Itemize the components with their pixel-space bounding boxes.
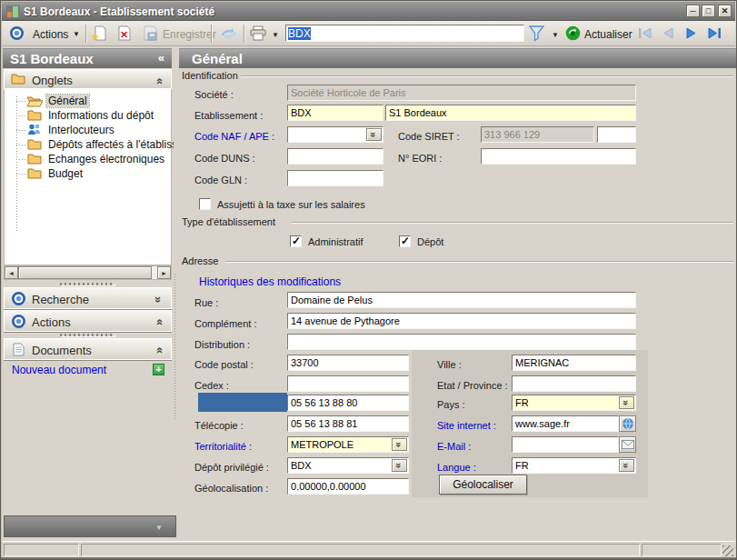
main-header: Général — [179, 48, 736, 68]
nav-last-button[interactable] — [707, 27, 724, 41]
pays-dropdown-button[interactable]: » — [619, 396, 634, 409]
sidebar-hscrollbar[interactable]: ◄ ► — [4, 265, 172, 280]
code-postal-input[interactable]: 33700 — [287, 355, 409, 371]
etablissement-code-input[interactable]: BDX — [287, 105, 383, 121]
actions-menu-button[interactable]: Actions ▼ — [31, 21, 84, 45]
open-website-button[interactable] — [619, 415, 636, 432]
sync-button[interactable] — [218, 26, 240, 43]
territorialite-dropdown-button[interactable]: » — [392, 438, 407, 451]
distribution-input[interactable] — [287, 334, 636, 350]
ville-input[interactable]: MERIGNAC — [512, 355, 636, 371]
resize-grip[interactable] — [722, 545, 733, 556]
nav-first-button[interactable] — [637, 27, 653, 41]
code-gln-input[interactable] — [287, 170, 383, 186]
document-icon — [13, 343, 25, 356]
splitter-handle[interactable] — [60, 334, 115, 336]
depot-privilegie-label: Dépôt privilégié : — [194, 462, 269, 473]
close-button[interactable]: ✕ — [718, 5, 732, 17]
tree-item-echanges-electroniques[interactable]: Echanges électroniques — [25, 152, 174, 166]
section-recherche[interactable]: Recherche » — [4, 287, 172, 309]
collapse-icon[interactable]: » — [152, 319, 165, 325]
code-duns-input[interactable] — [287, 148, 383, 165]
sidebar-header[interactable]: S1 Bordeaux « — [3, 48, 172, 68]
depot-checkbox[interactable]: ✓ — [399, 235, 411, 247]
scroll-left-button[interactable]: ◄ — [5, 266, 18, 279]
rue-input[interactable]: Domaine de Pelus — [287, 292, 636, 308]
nav-next-button[interactable] — [684, 27, 699, 41]
nav-previous-icon — [661, 27, 675, 39]
code-naf-label[interactable]: Code NAF / APE : — [194, 131, 274, 142]
filter-button[interactable] — [528, 25, 545, 44]
code-siret-nic-input[interactable] — [597, 126, 636, 143]
minimize-button[interactable]: ─ — [686, 5, 700, 17]
onglets-collapse-icon[interactable]: » — [152, 78, 165, 85]
print-caret-icon: ▼ — [272, 31, 279, 39]
langue-label[interactable]: Langue : — [437, 462, 476, 473]
tree-item-budget[interactable]: Budget — [25, 166, 174, 181]
expand-icon[interactable]: » — [152, 296, 165, 303]
new-document-link[interactable]: Nouveau document — [12, 364, 106, 376]
add-document-button[interactable]: + — [153, 364, 164, 375]
maximize-button[interactable]: □ — [702, 5, 715, 17]
tree-item-general[interactable]: Général — [25, 94, 174, 108]
tree-item-interlocuteurs[interactable]: Interlocuteurs — [25, 123, 174, 137]
historique-modifications-link[interactable]: Historiques des modifications — [199, 275, 341, 288]
tree-item-informations-depot[interactable]: Informations du dépôt — [25, 108, 174, 123]
section-documents[interactable]: Documents » — [4, 338, 172, 360]
etablissement-name-input[interactable]: S1 Bordeaux — [385, 105, 636, 121]
actions-label: Actions — [32, 315, 71, 329]
new-document-icon: ★ — [91, 25, 107, 41]
depot-privilegie-dropdown-button[interactable]: » — [392, 459, 407, 472]
sidebar-collapse-icon[interactable]: « — [158, 51, 164, 65]
tree-guide — [16, 96, 17, 233]
geolocalisation-input[interactable]: 0.00000,0.00000 — [287, 478, 409, 495]
refresh-button[interactable]: Actualiser — [565, 21, 631, 45]
tree-item-label: Dépôts affectés à l'établisseme — [48, 138, 174, 151]
taxe-checkbox[interactable]: ✓ — [199, 198, 211, 210]
langue-combo[interactable]: FR » — [512, 457, 636, 474]
new-button[interactable]: ★ — [91, 25, 107, 43]
scrollbar-thumb[interactable] — [18, 266, 152, 279]
etat-province-input[interactable] — [512, 375, 636, 392]
vertical-splitter-handle[interactable] — [174, 274, 175, 419]
telephone-input[interactable]: 05 56 13 88 80 — [287, 395, 409, 411]
nav-previous-button[interactable] — [661, 27, 675, 41]
tree-item-label: Echanges électroniques — [48, 153, 164, 165]
complement-input[interactable]: 14 avenue de Pythagore — [287, 313, 636, 329]
delete-button[interactable]: ✕ — [116, 25, 132, 43]
code-gln-label: Code GLN : — [194, 175, 247, 185]
code-naf-combo[interactable]: » — [287, 126, 383, 143]
administratif-checkbox[interactable]: ✓ — [290, 235, 302, 247]
langue-dropdown-button[interactable]: » — [619, 459, 634, 472]
code-postal-value: 33700 — [291, 357, 405, 368]
email-label[interactable]: E-Mail : — [437, 441, 471, 452]
print-button[interactable] — [249, 25, 267, 43]
email-input[interactable] — [512, 436, 619, 453]
tree-item-depots-affectes[interactable]: Dépôts affectés à l'établisseme — [25, 137, 174, 152]
n-eori-input[interactable] — [481, 148, 636, 165]
depot-privilegie-combo[interactable]: BDX » — [287, 457, 409, 474]
scroll-right-button[interactable]: ► — [157, 266, 171, 279]
target-icon — [11, 314, 26, 329]
title-bar[interactable]: S1 Bordeaux - Etablissement société ─ □ … — [2, 2, 735, 21]
collapse-icon[interactable]: » — [152, 347, 165, 354]
tree-item-label: Informations du dépôt — [48, 109, 154, 122]
search-input[interactable]: BDX — [285, 25, 524, 42]
section-actions[interactable]: Actions » — [4, 310, 172, 332]
site-internet-label[interactable]: Site internet : — [437, 420, 496, 431]
telephone-label-highlighted[interactable] — [198, 393, 287, 412]
complement-label: Complément : — [194, 318, 256, 329]
geolocaliser-button[interactable]: Géolocaliser — [439, 475, 527, 495]
telecopie-input[interactable]: 05 56 13 88 81 — [287, 415, 409, 432]
splitter-handle[interactable] — [60, 283, 115, 285]
territorialite-combo[interactable]: METROPOLE » — [287, 436, 409, 453]
territorialite-label[interactable]: Territorialité : — [194, 441, 252, 452]
cedex-input[interactable] — [287, 375, 409, 392]
send-email-button[interactable] — [619, 436, 636, 453]
pays-combo[interactable]: FR » — [512, 395, 636, 411]
site-internet-input[interactable]: www.sage.fr — [512, 415, 619, 432]
sidebar-footer[interactable]: ▼ — [4, 515, 176, 537]
onglets-header[interactable]: Onglets » — [4, 69, 172, 89]
code-naf-dropdown-button[interactable]: » — [366, 128, 382, 141]
etat-province-label: Etat / Province : — [437, 380, 508, 391]
